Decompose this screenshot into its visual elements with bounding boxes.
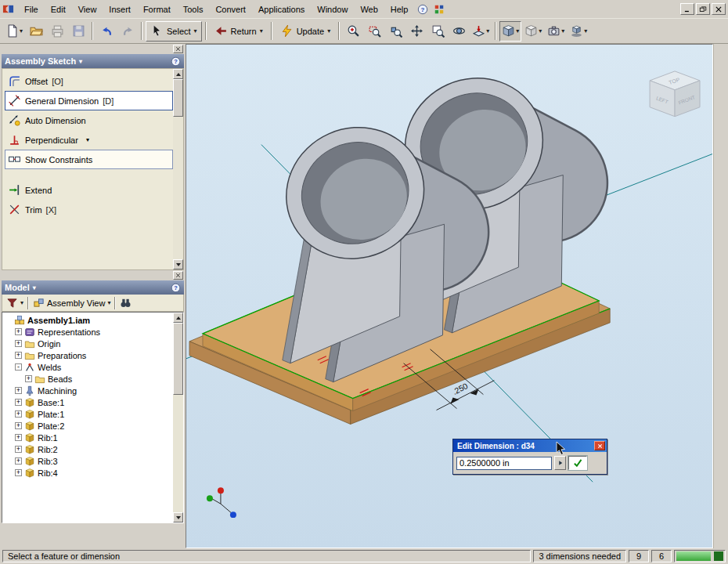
model-panel-header[interactable]: Model ▾ — [2, 280, 184, 295]
restore-button[interactable] — [696, 3, 710, 15]
tree-item[interactable]: - Welds — [2, 361, 173, 373]
tree-expander[interactable]: + — [15, 422, 22, 429]
sketch-tool[interactable]: Trim [X] — [5, 200, 173, 219]
model-tree-scrollbar[interactable] — [173, 313, 183, 522]
toolbar-button[interactable] — [364, 21, 384, 42]
scroll-up-arrow[interactable] — [173, 69, 183, 79]
dimension-flyout-button[interactable] — [554, 456, 566, 470]
menu-item[interactable]: Web — [354, 2, 384, 16]
toolbar-button[interactable] — [385, 21, 405, 42]
assembly-sketch-panel-header[interactable]: Assembly Sketch ▾ — [2, 54, 184, 68]
panel-help-button[interactable] — [171, 283, 181, 293]
dialog-close-button[interactable] — [594, 441, 605, 450]
select-tool-button[interactable]: Select ▾ — [146, 21, 202, 42]
scroll-up-arrow[interactable] — [173, 313, 183, 323]
tree-item[interactable]: + Plate:2 — [2, 420, 173, 432]
tree-item[interactable]: + Rib:4 — [2, 467, 173, 479]
menu-item[interactable]: Window — [311, 2, 354, 16]
scroll-thumb[interactable] — [173, 323, 183, 395]
addins-icon[interactable] — [431, 2, 447, 16]
chevron-down-icon[interactable]: ▾ — [79, 58, 82, 65]
toolbar-button[interactable]: ▾ — [3, 21, 25, 42]
menu-item[interactable]: Help — [384, 2, 415, 16]
chevron-down-icon[interactable]: ▾ — [20, 300, 23, 306]
toolbar-button[interactable] — [68, 21, 88, 42]
tree-expander[interactable]: + — [15, 410, 22, 418]
tree-expander[interactable]: + — [15, 434, 22, 441]
sketch-tool[interactable]: General Dimension [D] — [5, 91, 173, 110]
tree-expander[interactable]: + — [15, 328, 22, 335]
dimension-value-input[interactable] — [456, 457, 552, 470]
tree-item[interactable]: + Representations — [2, 326, 173, 338]
tree-item[interactable]: + Origin — [2, 338, 173, 349]
toolbar-button[interactable]: ▾ — [522, 21, 544, 42]
panel-help-button[interactable] — [171, 56, 181, 67]
toolbar-button[interactable] — [449, 21, 469, 42]
chevron-down-icon[interactable]: ▾ — [194, 28, 197, 34]
sketch-tool[interactable]: Show Constraints — [5, 150, 173, 169]
viewport[interactable]: .250 TOP LEFT FRONT Edit Di — [186, 44, 713, 548]
toolbar-button[interactable] — [47, 21, 67, 42]
tree-expander[interactable]: + — [15, 352, 22, 359]
chevron-down-icon[interactable]: ▾ — [33, 284, 36, 291]
3d-scene[interactable]: .250 TOP LEFT FRONT — [186, 45, 712, 548]
scroll-down-arrow[interactable] — [173, 512, 183, 522]
tree-expander[interactable]: + — [25, 375, 32, 382]
toolbar-button[interactable] — [117, 21, 138, 42]
close-panel-button[interactable] — [173, 45, 183, 53]
menu-item[interactable]: File — [18, 2, 45, 16]
menu-item[interactable]: Applications — [252, 2, 311, 16]
tree-expander[interactable]: + — [15, 469, 22, 476]
chevron-down-icon[interactable]: ▾ — [107, 300, 110, 306]
toolbar-button[interactable]: ▾ — [545, 21, 567, 42]
menu-item[interactable]: Edit — [45, 2, 72, 16]
tree-item[interactable]: + Rib:2 — [2, 443, 173, 455]
toolbar-button[interactable]: ▾ — [470, 21, 492, 42]
sketch-panel-scrollbar[interactable] — [173, 69, 183, 269]
sketch-tool[interactable]: Auto Dimension — [5, 110, 173, 130]
tree-expander[interactable]: + — [15, 457, 22, 465]
scroll-thumb[interactable] — [173, 79, 183, 117]
toolbar-button[interactable]: ▾ — [499, 21, 521, 42]
toolbar-button[interactable] — [406, 21, 427, 42]
minimize-button[interactable] — [680, 3, 694, 15]
toolbar-button[interactable] — [26, 21, 46, 42]
chevron-down-icon[interactable]: ▾ — [327, 28, 330, 34]
dialog-title-bar[interactable]: Edit Dimension : d34 — [453, 439, 607, 452]
sketch-tool[interactable]: Perpendicular ▾ — [5, 130, 173, 150]
tree-expander[interactable]: + — [15, 387, 22, 394]
return-button[interactable]: Return ▾ — [210, 21, 268, 42]
tree-item[interactable]: + Rib:1 — [2, 432, 173, 443]
toolbar-button[interactable]: ▾ — [568, 21, 589, 42]
menu-item[interactable]: Tools — [177, 2, 210, 16]
view-cube[interactable]: TOP LEFT FRONT — [650, 71, 700, 117]
menu-item[interactable]: View — [72, 2, 103, 16]
accept-button[interactable] — [568, 456, 587, 470]
tree-item[interactable]: Assembly1.iam — [2, 314, 173, 326]
sketch-tool[interactable]: Offset [O] — [5, 71, 173, 91]
tree-item[interactable]: + Rib:3 — [2, 455, 173, 467]
tree-item[interactable]: + Base:1 — [2, 396, 173, 408]
tree-expander[interactable]: - — [15, 363, 22, 371]
tree-expander[interactable]: + — [15, 399, 22, 406]
menu-item[interactable]: Format — [137, 2, 177, 16]
find-button[interactable] — [118, 295, 133, 310]
tree-expander[interactable]: + — [15, 340, 22, 347]
close-panel-button[interactable] — [173, 271, 183, 280]
menu-item[interactable]: Convert — [209, 2, 252, 16]
menu-item[interactable]: Insert — [103, 2, 137, 16]
tree-expander[interactable]: + — [15, 446, 22, 453]
filter-button[interactable]: ▾ — [5, 295, 25, 310]
tree-item[interactable]: + Preparations — [2, 349, 173, 361]
tree-item[interactable]: + Plate:1 — [2, 408, 173, 420]
toolbar-button[interactable] — [96, 21, 117, 42]
toolbar-button[interactable] — [343, 21, 363, 42]
toolbar-button[interactable] — [427, 21, 448, 42]
help-icon[interactable] — [415, 2, 431, 16]
sketch-tool[interactable]: Extend — [5, 180, 173, 200]
scroll-down-arrow[interactable] — [173, 259, 183, 269]
tree-item[interactable]: + Beads — [2, 373, 173, 385]
assembly-view-selector[interactable]: Assembly View ▾ — [31, 295, 112, 310]
tree-item[interactable]: + Machining — [2, 385, 173, 396]
chevron-down-icon[interactable]: ▾ — [260, 28, 263, 34]
